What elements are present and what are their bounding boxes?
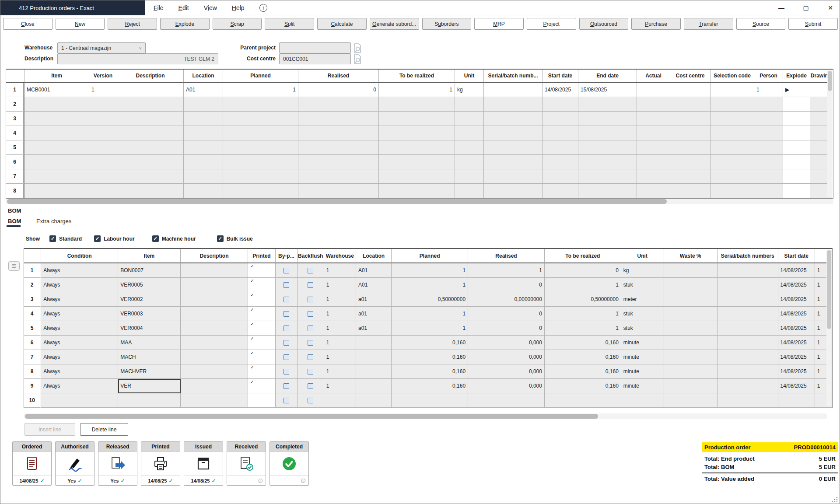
cell-location[interactable] bbox=[184, 140, 223, 155]
cell-description[interactable] bbox=[181, 292, 248, 307]
cell-planned[interactable]: 0,160 bbox=[392, 350, 468, 364]
menu-file[interactable]: File bbox=[154, 4, 164, 11]
byproduct-checkbox[interactable] bbox=[284, 369, 289, 374]
cell-warehouse[interactable]: 1 bbox=[324, 278, 356, 292]
cell-end_date[interactable] bbox=[578, 126, 637, 140]
cell-serial[interactable] bbox=[718, 350, 778, 364]
byproduct-checkbox[interactable] bbox=[284, 383, 289, 389]
cell-person[interactable] bbox=[754, 169, 783, 184]
cell-description[interactable] bbox=[181, 321, 248, 336]
backflush-checkbox[interactable] bbox=[308, 340, 313, 346]
cell-end_date[interactable] bbox=[578, 112, 637, 126]
cell-condition[interactable]: Always bbox=[41, 292, 118, 307]
backflush-checkbox[interactable] bbox=[308, 354, 313, 360]
cell-byproduct[interactable] bbox=[276, 321, 298, 336]
cell-selection_code[interactable] bbox=[710, 140, 754, 155]
cell-actual[interactable] bbox=[637, 112, 670, 126]
cell-byproduct[interactable] bbox=[276, 292, 298, 307]
cell-byproduct[interactable] bbox=[276, 278, 298, 292]
purchase-button[interactable]: Purchase bbox=[631, 18, 681, 30]
cell-cost_centre[interactable] bbox=[670, 140, 710, 155]
bom-grid-horizontal-scrollbar[interactable] bbox=[24, 413, 827, 419]
cell-explode[interactable] bbox=[783, 169, 810, 184]
cell-planned[interactable]: 1 bbox=[392, 263, 468, 278]
cell-cost_centre[interactable] bbox=[670, 184, 710, 198]
cell-to_be_realized[interactable]: 0,50000000 bbox=[545, 292, 621, 307]
cell-location[interactable]: a01 bbox=[356, 292, 392, 307]
cell-version[interactable] bbox=[89, 184, 117, 198]
cell-start_date[interactable] bbox=[778, 393, 815, 408]
cell-waste[interactable] bbox=[664, 292, 718, 307]
cell-start_date[interactable] bbox=[542, 140, 578, 155]
row-number[interactable]: 5 bbox=[24, 321, 41, 336]
cell-serial[interactable] bbox=[718, 393, 778, 408]
cell-waste[interactable] bbox=[664, 321, 718, 336]
cell-description[interactable] bbox=[117, 112, 184, 126]
cell-condition[interactable]: Always bbox=[41, 364, 118, 379]
backflush-checkbox[interactable] bbox=[308, 297, 313, 302]
cell-backflush[interactable] bbox=[298, 278, 324, 292]
cell-backflush[interactable] bbox=[298, 263, 324, 278]
row-number[interactable]: 1 bbox=[6, 83, 24, 97]
cell-condition[interactable]: Always bbox=[41, 321, 118, 336]
row-number[interactable]: 1 bbox=[24, 263, 41, 278]
cell-waste[interactable] bbox=[664, 393, 718, 408]
cell-item[interactable] bbox=[24, 140, 89, 155]
orders-grid-vertical-scrollbar[interactable] bbox=[827, 70, 833, 197]
cell-serial[interactable] bbox=[718, 278, 778, 292]
cell-person[interactable]: 1 bbox=[754, 83, 783, 97]
cell-version[interactable] bbox=[89, 97, 117, 112]
tab-extra-charges[interactable]: Extra charges bbox=[36, 218, 71, 224]
cell-serial[interactable] bbox=[484, 83, 542, 97]
cell-backflush[interactable] bbox=[298, 364, 324, 379]
cell-to_be_realized[interactable]: 1 bbox=[545, 278, 621, 292]
cell-serial[interactable] bbox=[718, 292, 778, 307]
cell-planned[interactable] bbox=[392, 393, 468, 408]
cell-selection_code[interactable] bbox=[710, 126, 754, 140]
cell-selection_code[interactable] bbox=[710, 184, 754, 198]
cell-waste[interactable] bbox=[664, 336, 718, 350]
menu-view[interactable]: View bbox=[204, 4, 217, 11]
cell-warehouse[interactable]: 1 bbox=[324, 364, 356, 379]
cell-description[interactable] bbox=[117, 83, 184, 97]
cell-start_date[interactable]: 14/08/2025 bbox=[542, 83, 578, 97]
cell-item[interactable]: VER bbox=[118, 379, 181, 393]
cell-realised[interactable]: 1 bbox=[468, 263, 545, 278]
cell-realised[interactable] bbox=[298, 155, 379, 169]
cell-planned[interactable]: 0,160 bbox=[392, 364, 468, 379]
cell-realised[interactable]: 0,000 bbox=[468, 364, 545, 379]
cell-item[interactable] bbox=[24, 97, 89, 112]
cell-printed[interactable]: ✓ bbox=[248, 278, 276, 292]
cell-planned[interactable] bbox=[223, 169, 298, 184]
cell-item[interactable]: VER0005 bbox=[118, 278, 181, 292]
cell-item[interactable]: VER0004 bbox=[118, 321, 181, 336]
cell-planned[interactable]: 1 bbox=[392, 278, 468, 292]
cell-to_be_realized[interactable]: 1 bbox=[545, 321, 621, 336]
cell-explode[interactable] bbox=[783, 126, 810, 140]
cell-unit[interactable] bbox=[455, 126, 484, 140]
cell-start_date[interactable] bbox=[542, 184, 578, 198]
backflush-checkbox[interactable] bbox=[308, 311, 313, 317]
cell-to_be_realized[interactable] bbox=[379, 97, 455, 112]
cell-start_date[interactable] bbox=[542, 112, 578, 126]
cell-serial[interactable] bbox=[718, 379, 778, 393]
cell-waste[interactable] bbox=[664, 364, 718, 379]
cell-condition[interactable] bbox=[41, 393, 118, 408]
cell-description[interactable] bbox=[117, 184, 184, 198]
cell-start_date[interactable]: 14/08/2025 bbox=[778, 350, 815, 364]
backflush-checkbox[interactable] bbox=[308, 326, 313, 331]
cell-serial[interactable] bbox=[484, 169, 542, 184]
cell-waste[interactable] bbox=[664, 278, 718, 292]
cell-description[interactable] bbox=[181, 263, 248, 278]
cell-unit[interactable]: minute bbox=[621, 336, 664, 350]
row-number[interactable]: 4 bbox=[24, 307, 41, 321]
source-button[interactable]: Source bbox=[736, 18, 786, 30]
cell-planned[interactable] bbox=[223, 97, 298, 112]
byproduct-checkbox[interactable] bbox=[284, 340, 289, 346]
cell-unit[interactable] bbox=[455, 97, 484, 112]
cell-warehouse[interactable] bbox=[324, 393, 356, 408]
cell-byproduct[interactable] bbox=[276, 379, 298, 393]
cell-selection_code[interactable] bbox=[710, 83, 754, 97]
cell-printed[interactable]: ✓ bbox=[248, 321, 276, 336]
cell-byproduct[interactable] bbox=[276, 336, 298, 350]
